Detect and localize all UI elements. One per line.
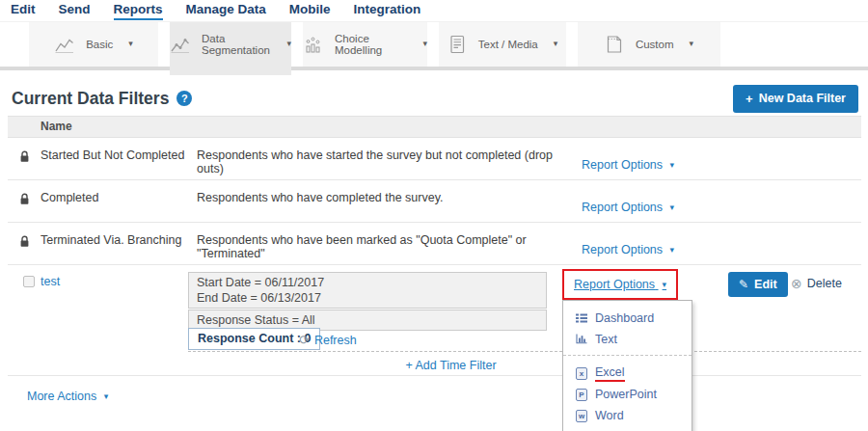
nav-mobile[interactable]: Mobile — [289, 2, 331, 18]
delete-label: Delete — [807, 277, 842, 290]
delete-button[interactable]: ⊗ Delete — [791, 277, 842, 290]
page-title: Current Data Filters — [12, 89, 169, 109]
tab-label: Data Segmentation — [202, 33, 271, 56]
filter-description: Respondents who have started the survey … — [197, 138, 582, 179]
chevron-down-icon: ▾ — [670, 160, 675, 170]
chevron-down-icon: ▾ — [670, 202, 675, 212]
data-filters-table: Name Started But Not Completed Responden… — [8, 116, 861, 376]
tab-label: Choice Modelling — [335, 33, 407, 56]
refresh-label: Refresh — [314, 334, 357, 347]
menu-item-word[interactable]: w Word — [563, 405, 692, 426]
report-options-link[interactable]: Report Options ▾ — [574, 278, 666, 291]
filter-name: Terminated Via. Branching — [41, 223, 197, 264]
top-menu: Edit Send Reports Manage Data Mobile Int… — [0, 0, 868, 20]
tab-label: Text / Media — [478, 39, 538, 50]
line-chart-icon — [54, 36, 74, 54]
chevron-down-icon: ▾ — [554, 39, 558, 48]
word-file-icon: w — [576, 410, 587, 422]
refresh-icon: ⟳ — [299, 333, 310, 347]
filter-name: Completed — [41, 180, 197, 222]
menu-item-excel[interactable]: x Excel — [563, 363, 692, 384]
menu-item-powerpoint[interactable]: P PowerPoint — [563, 384, 692, 405]
tab-basic[interactable]: Basic ▾ — [29, 22, 158, 67]
menu-item-text[interactable]: Text — [563, 329, 692, 350]
table-row-test: test Start Date = 06/11/2017 End Date = … — [8, 265, 861, 376]
date-filter-box: Start Date = 06/11/2017 End Date = 06/13… — [188, 272, 547, 309]
nav-reports[interactable]: Reports — [114, 2, 163, 20]
chevron-down-icon: ▾ — [128, 39, 133, 48]
chevron-down-icon: ▾ — [690, 39, 694, 48]
tab-custom[interactable]: Custom ▾ — [578, 22, 720, 67]
page-folded-corner-icon — [605, 35, 624, 54]
lock-icon — [19, 192, 30, 222]
help-icon[interactable]: ? — [176, 91, 192, 106]
filter-description: Respondents who have completed the surve… — [197, 180, 582, 222]
chevron-down-icon: ▾ — [663, 280, 667, 289]
report-options-menu: Dashboard Text x Excel P PowerPoint w Wo… — [562, 300, 692, 431]
circle-x-icon: ⊗ — [791, 277, 802, 290]
lock-icon — [19, 234, 30, 264]
tab-label: Custom — [636, 39, 674, 50]
page-header: Current Data Filters ? + New Data Filter — [12, 83, 858, 114]
report-options-link[interactable]: Report Options ▾ — [582, 201, 674, 214]
annotation-highlight-box: Report Options ▾ — [562, 269, 678, 300]
menu-item-dashboard[interactable]: Dashboard — [563, 308, 692, 329]
scatter-line-chart-icon — [170, 36, 190, 54]
edit-button[interactable]: ✎ Edit — [728, 272, 788, 297]
end-date-value: End Date = 06/13/2017 — [197, 290, 538, 306]
plus-icon: + — [405, 359, 412, 372]
powerpoint-file-icon: P — [576, 389, 587, 401]
tab-data-segmentation[interactable]: Data Segmentation ▾ — [170, 22, 291, 67]
table-row: Terminated Via. Branching Respondents wh… — [8, 223, 861, 265]
chevron-down-icon: ▾ — [422, 39, 427, 48]
name-column-header: Name — [41, 120, 72, 133]
nav-manage-data[interactable]: Manage Data — [186, 2, 266, 18]
chevron-down-icon: ▾ — [104, 391, 109, 401]
edit-label: Edit — [754, 278, 777, 291]
bars-dots-chart-icon — [303, 36, 323, 54]
refresh-button[interactable]: ⟳ Refresh — [299, 333, 357, 347]
tab-label: Basic — [86, 39, 113, 50]
dashboard-icon — [576, 310, 587, 327]
row-checkbox[interactable] — [23, 276, 35, 287]
filter-name: Started But Not Completed — [41, 138, 197, 179]
new-data-filter-button[interactable]: + New Data Filter — [733, 85, 858, 113]
more-actions-label: More Actions — [27, 390, 96, 403]
more-actions-button[interactable]: More Actions ▾ — [27, 390, 108, 403]
report-options-link[interactable]: Report Options ▾ — [582, 243, 674, 256]
annotation-underline: Excel — [595, 365, 625, 382]
plus-icon: + — [746, 92, 753, 106]
nav-edit[interactable]: Edit — [11, 2, 36, 18]
table-row: Started But Not Completed Respondents wh… — [8, 138, 861, 180]
lock-icon — [19, 149, 30, 179]
report-options-link[interactable]: Report Options ▾ — [582, 158, 674, 172]
report-tabbar: Basic ▾ Data Segmentation ▾ Choice Model… — [0, 21, 868, 66]
start-date-value: Start Date = 06/11/2017 — [197, 275, 538, 290]
nav-send[interactable]: Send — [59, 2, 91, 18]
filter-name-link[interactable]: test — [41, 275, 60, 288]
tab-text-media[interactable]: Text / Media ▾ — [439, 22, 566, 67]
tab-choice-modelling[interactable]: Choice Modelling ▾ — [303, 22, 427, 67]
chevron-down-icon: ▾ — [286, 39, 291, 48]
bar-chart-icon — [576, 331, 587, 348]
dashed-divider — [188, 351, 861, 352]
nav-integration[interactable]: Integration — [354, 2, 421, 18]
table-header: Name — [8, 116, 861, 138]
menu-divider — [563, 355, 692, 356]
document-lines-icon — [448, 35, 467, 54]
tabbar-separator — [0, 67, 868, 70]
new-data-filter-label: New Data Filter — [759, 92, 846, 105]
add-time-filter-label: Add Time Filter — [416, 359, 497, 372]
chevron-down-icon: ▾ — [670, 245, 675, 255]
table-row: Completed Respondents who have completed… — [8, 180, 861, 223]
pencil-icon: ✎ — [739, 278, 748, 291]
report-tabs: Basic ▾ Data Segmentation ▾ Choice Model… — [29, 22, 720, 67]
excel-file-icon: x — [576, 367, 587, 380]
filter-description: Respondents who have been marked as "Quo… — [197, 223, 582, 264]
